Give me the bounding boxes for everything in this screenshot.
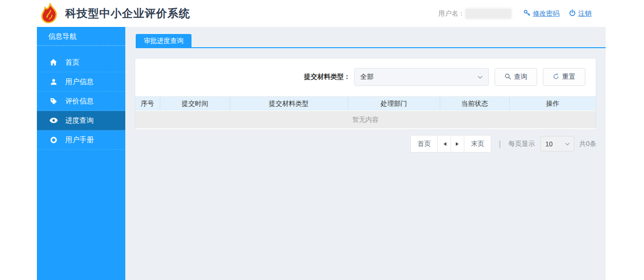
page: 科技型中小企业评价系统 用户名： 修改密码: [0, 0, 644, 280]
change-password-link[interactable]: 修改密码: [523, 9, 559, 18]
per-page-label: 每页显示: [508, 140, 535, 148]
header-user-area: 用户名： 修改密码: [438, 9, 592, 18]
sidebar-item-label: 评价信息: [65, 97, 94, 106]
column-header-department: 处理部门: [348, 97, 440, 110]
results-table: 序号 提交时间 提交材料类型 处理部门 当前状态 操作 暂无内容: [135, 96, 596, 128]
previous-page-button[interactable]: [437, 135, 451, 153]
reset-button-label: 重置: [562, 73, 575, 81]
chevron-down-icon: [478, 76, 483, 79]
tag-icon: [49, 98, 58, 105]
chevron-down-icon: [565, 143, 570, 145]
arrow-right-icon: [456, 142, 461, 146]
last-page-button[interactable]: 末页: [464, 135, 491, 153]
next-page-button[interactable]: [451, 135, 464, 153]
reset-button[interactable]: 重置: [543, 68, 585, 86]
sidebar-item-label: 进度查询: [65, 116, 94, 125]
column-header-actions: 操作: [509, 97, 596, 110]
sidebar-item-progress-query[interactable]: 进度查询: [37, 111, 125, 130]
pagination: 首页 末页 | 每页显示 10 共0条: [125, 135, 596, 153]
sidebar-item-user-manual[interactable]: 用户手册: [37, 130, 125, 150]
eye-icon: [49, 118, 58, 123]
search-button[interactable]: 查询: [495, 68, 537, 86]
header: 科技型中小企业评价系统 用户名： 修改密码: [0, 0, 644, 27]
home-icon: [49, 59, 58, 66]
pagination-button-group: 首页 末页: [410, 135, 491, 153]
material-type-select[interactable]: 全部: [354, 68, 489, 86]
table-empty-state: 暂无内容: [135, 111, 596, 128]
search-button-label: 查询: [514, 73, 527, 81]
logout-label: 注销: [578, 9, 592, 18]
column-header-material-type: 提交材料类型: [230, 97, 348, 110]
power-icon: [569, 9, 576, 18]
search-icon: [505, 73, 511, 81]
sidebar-item-evaluation-info[interactable]: 评价信息: [37, 92, 125, 111]
app-title: 科技型中小企业评价系统: [65, 6, 190, 21]
torch-flame-logo-icon: [40, 3, 60, 25]
sidebar-title: 信息导航: [37, 27, 125, 46]
arrow-left-icon: [442, 142, 446, 146]
query-panel: 提交材料类型： 全部 查: [135, 58, 596, 130]
total-count-text: 共0条: [579, 140, 596, 148]
ring-icon: [49, 136, 58, 144]
sidebar: 信息导航 首页 用户信息: [37, 27, 125, 280]
sidebar-item-label: 首页: [65, 58, 79, 67]
sidebar-item-label: 用户手册: [65, 136, 94, 144]
tab-approval-progress-query[interactable]: 审批进度查询: [136, 34, 191, 47]
username-label: 用户名：: [438, 9, 465, 18]
per-page-selected-value: 10: [545, 140, 553, 148]
sidebar-item-home[interactable]: 首页: [37, 53, 125, 72]
body: 信息导航 首页 用户信息: [0, 27, 644, 280]
material-type-label: 提交材料类型：: [304, 73, 350, 81]
column-header-index: 序号: [135, 97, 160, 110]
column-header-status: 当前状态: [440, 97, 509, 110]
filter-row: 提交材料类型： 全部 查: [135, 59, 596, 86]
table-header-row: 序号 提交时间 提交材料类型 处理部门 当前状态 操作: [135, 97, 596, 110]
change-password-label: 修改密码: [533, 9, 559, 18]
main-content: 审批进度查询 提交材料类型： 全部: [125, 27, 606, 280]
tab-bar: 审批进度查询: [125, 27, 606, 48]
username-redacted-value: [466, 9, 511, 18]
sidebar-spacer: [37, 46, 125, 53]
column-header-submit-time: 提交时间: [160, 97, 230, 110]
sidebar-item-label: 用户信息: [65, 77, 94, 86]
user-icon: [49, 78, 58, 85]
tab-strip: 审批进度查询: [136, 34, 606, 48]
per-page-select[interactable]: 10: [540, 136, 574, 152]
refresh-icon: [553, 73, 559, 81]
material-type-selected-value: 全部: [360, 73, 374, 81]
sidebar-item-user-info[interactable]: 用户信息: [37, 72, 125, 92]
first-page-button[interactable]: 首页: [410, 135, 438, 153]
key-icon: [523, 9, 531, 18]
pagination-separator: |: [499, 140, 501, 148]
logout-link[interactable]: 注销: [569, 9, 592, 18]
